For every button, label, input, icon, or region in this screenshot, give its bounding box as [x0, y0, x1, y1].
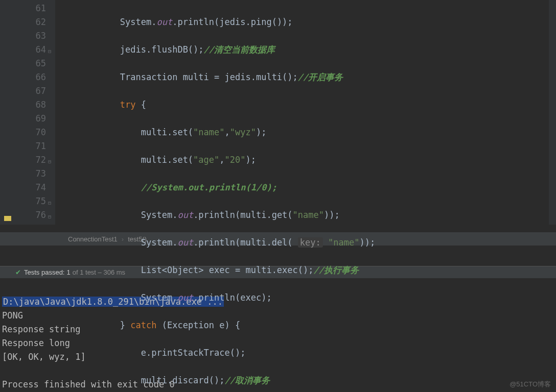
code-editor[interactable]: System.out.println(jedis.ping()); jedis.…	[55, 0, 556, 225]
code-text: );	[246, 155, 256, 165]
fold-open-icon[interactable]: ⊟	[48, 44, 51, 58]
left-margin	[0, 0, 15, 225]
line-number: 65	[15, 57, 46, 70]
console-line: PONG	[2, 310, 23, 321]
watermark: @51CTO博客	[509, 380, 551, 389]
code-text: multi.discard();	[57, 375, 225, 385]
fold-open-icon[interactable]: ⊟	[48, 155, 51, 168]
line-number: 64	[15, 43, 46, 57]
code-text	[57, 100, 120, 110]
vertical-scrollbar[interactable]	[549, 0, 556, 225]
code-text: .println(exec);	[193, 292, 272, 303]
comment: //取消事务	[225, 375, 270, 385]
line-number: 68	[15, 98, 46, 112]
line-number: 76	[15, 208, 46, 222]
line-number: 74	[15, 181, 46, 194]
code-text: .println(multi.get(	[193, 210, 292, 220]
line-number: 70	[15, 126, 46, 139]
comment: //清空当前数据库	[204, 44, 275, 55]
check-icon: ✔	[15, 268, 21, 276]
code-text: List<Object> exec = multi.exec();	[57, 265, 314, 275]
string: "name"	[293, 210, 324, 220]
code-text: }	[57, 320, 130, 330]
code-text: multi.set(	[57, 127, 193, 137]
code-text: System.	[57, 17, 156, 27]
code-text: .println(jedis.ping());	[172, 17, 292, 27]
editor-area: 61 62 63 64 65 66 67 68 69 70 71 72 73 7…	[0, 0, 556, 225]
code-text: System.	[57, 237, 177, 248]
field-ref: out	[177, 292, 193, 303]
string: "20"	[225, 155, 246, 165]
code-text: System.	[57, 292, 177, 303]
string: "name"	[193, 127, 224, 137]
code-text: (Exception e) {	[156, 320, 240, 330]
code-text: );	[256, 127, 266, 137]
keyword: catch	[130, 320, 156, 330]
line-number: 61	[15, 2, 46, 15]
edit-marker	[4, 216, 11, 221]
code-text: jedis.flushDB();	[57, 44, 204, 55]
line-number: 75	[15, 194, 46, 208]
string: "name"	[323, 237, 360, 248]
fold-close-icon[interactable]: ⊟	[48, 210, 51, 224]
field-ref: out	[156, 17, 172, 27]
comment: //开启事务	[298, 72, 343, 82]
line-number: 71	[15, 139, 46, 153]
code-text	[57, 182, 141, 192]
code-text: ,	[225, 127, 230, 137]
line-number: 73	[15, 167, 46, 181]
code-text: System.	[57, 210, 177, 220]
code-text: Transaction multi = jedis.multi();	[57, 72, 298, 82]
string: "age"	[193, 155, 219, 165]
code-text: ,	[219, 155, 224, 165]
parameter-hint: key:	[298, 237, 323, 248]
field-ref: out	[177, 237, 193, 248]
code-text: multi.set(	[57, 155, 193, 165]
code-text: e.printStackTrace();	[57, 348, 245, 358]
code-text: ));	[324, 210, 340, 220]
line-number: 62	[15, 15, 46, 29]
field-ref: out	[177, 210, 193, 220]
fold-close-icon[interactable]: ⊟	[48, 196, 51, 210]
line-number: 66	[15, 70, 46, 84]
line-gutter[interactable]: 61 62 63 64 65 66 67 68 69 70 71 72 73 7…	[15, 0, 55, 225]
comment: //System.out.println(1/0);	[141, 182, 277, 192]
line-number: 69	[15, 112, 46, 126]
code-text: ));	[359, 237, 375, 248]
code-text: {	[136, 100, 146, 110]
comment: //执行事务	[314, 265, 359, 275]
line-number: 63	[15, 29, 46, 43]
line-number: 67	[15, 84, 46, 98]
string: "wyz"	[230, 127, 256, 137]
keyword: try	[120, 100, 136, 110]
code-text: .println(multi.del(	[193, 237, 298, 248]
line-number: 72	[15, 153, 46, 167]
